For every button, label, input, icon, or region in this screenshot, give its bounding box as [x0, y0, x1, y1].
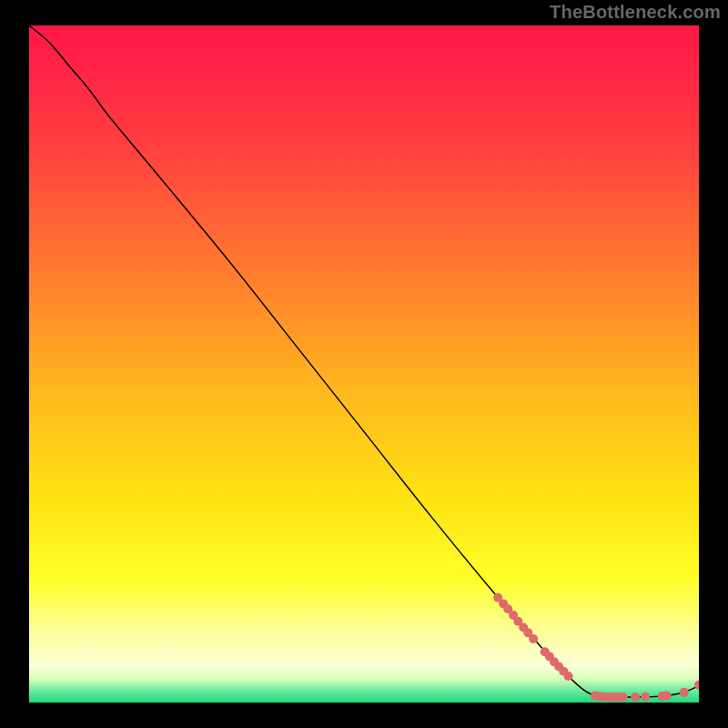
- attribution-label: TheBottleneck.com: [550, 2, 721, 23]
- chart-frame: TheBottleneck.com: [0, 0, 728, 728]
- marker-point: [563, 672, 572, 681]
- marker-point: [641, 693, 650, 702]
- marker-group: [493, 593, 699, 702]
- marker-point: [662, 692, 672, 701]
- marker-point: [680, 688, 689, 697]
- chart-svg: [29, 25, 699, 703]
- marker-point: [619, 693, 628, 702]
- marker-point: [631, 693, 640, 702]
- plot-area: [29, 25, 699, 703]
- bottleneck-curve: [29, 25, 699, 697]
- marker-point: [529, 634, 538, 643]
